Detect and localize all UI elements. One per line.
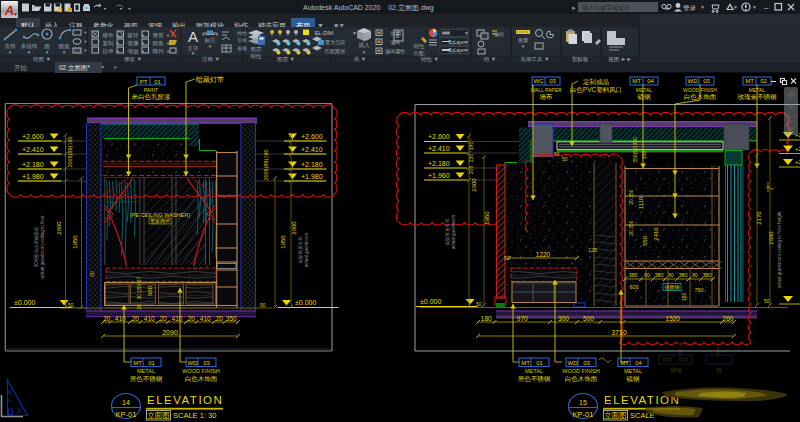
svg-text:MT: MT [632, 78, 641, 84]
svg-text:300: 300 [558, 315, 569, 322]
svg-text:410: 410 [172, 315, 183, 322]
svg-text:SCALE 1: 30: SCALE 1: 30 [173, 411, 216, 420]
svg-text:03: 03 [203, 360, 210, 366]
svg-text:编辑: 编辑 [390, 39, 400, 45]
svg-text:墙布: 墙布 [539, 93, 554, 101]
svg-text:EL-DIM: EL-DIM [315, 30, 334, 36]
svg-text:实际客房天花: 实际客房天花 [297, 236, 304, 264]
svg-text:180: 180 [481, 315, 492, 322]
svg-text:缩放: 缩放 [128, 48, 140, 55]
svg-text:2170: 2170 [756, 211, 762, 225]
svg-text:▼: ▼ [166, 49, 170, 54]
svg-text:760: 760 [694, 287, 703, 293]
svg-text:410: 410 [144, 315, 155, 322]
svg-text:A: A [188, 28, 198, 45]
svg-text:±0.000: ±0.000 [14, 299, 35, 306]
svg-text:▼: ▼ [208, 44, 212, 49]
svg-text:▼: ▼ [752, 4, 757, 10]
svg-text:▼: ▼ [464, 47, 469, 53]
svg-text:编辑属性: 编辑属性 [385, 48, 405, 54]
svg-text:2005(89)190: 2005(89)190 [263, 149, 269, 180]
svg-text:+2.600: +2.600 [22, 133, 44, 140]
svg-text:50: 50 [764, 298, 770, 304]
svg-text:20: 20 [132, 315, 140, 322]
svg-text:+2.180: +2.180 [428, 160, 450, 167]
svg-text:组 ▼: 组 ▼ [484, 56, 496, 62]
svg-text:380: 380 [654, 272, 663, 278]
svg-text:260: 260 [723, 315, 734, 322]
svg-text:01: 01 [154, 79, 161, 85]
svg-text:KP-01: KP-01 [116, 410, 137, 419]
svg-text:actual guestroom: actual guestroom [304, 232, 309, 267]
svg-text:550: 550 [642, 235, 648, 246]
svg-text:MT: MT [620, 360, 629, 366]
svg-text:+2.: +2. [795, 146, 800, 152]
svg-text:+1.980: +1.980 [22, 173, 44, 180]
svg-text:actual guestroom ceiling to fl: actual guestroom ceiling to floor [40, 215, 45, 279]
svg-text:230: 230 [468, 154, 474, 163]
svg-text:拉伸: 拉伸 [103, 48, 115, 54]
svg-text:MT: MT [745, 78, 754, 84]
svg-text:03: 03 [703, 78, 710, 84]
svg-text:+2.410: +2.410 [22, 146, 44, 153]
svg-text:创建: 创建 [390, 30, 400, 37]
svg-text:暗藏灯带: 暗藏灯带 [196, 76, 224, 84]
svg-text:2090: 2090 [162, 329, 178, 336]
svg-text:+2.600: +2.600 [428, 133, 450, 140]
svg-text:150: 150 [641, 151, 647, 160]
svg-text:2600: 2600 [471, 178, 477, 192]
svg-text:1950: 1950 [280, 235, 286, 249]
svg-text:15: 15 [579, 399, 587, 406]
svg-text:190: 190 [468, 142, 474, 151]
svg-text:20 350: 20 350 [628, 189, 634, 205]
svg-text:编组: 编组 [494, 31, 504, 37]
svg-text:▼: ▼ [45, 50, 49, 55]
svg-text:+1.960: +1.960 [428, 172, 450, 179]
svg-text:修改 ▼: 修改 ▼ [124, 56, 142, 62]
svg-text:注释 ▼: 注释 ▼ [202, 56, 220, 62]
svg-text:黑色不锈钢: 黑色不锈钢 [130, 375, 163, 383]
svg-text:METAL: METAL [525, 368, 543, 374]
svg-text:修剪: 修剪 [153, 32, 165, 39]
svg-text:线性: 线性 [237, 30, 247, 36]
svg-text:登录: 登录 [683, 4, 697, 12]
svg-text:125: 125 [588, 247, 597, 253]
svg-text:插入: 插入 [359, 42, 371, 49]
svg-text:20: 20 [216, 315, 224, 322]
svg-text:actual guestroom ceiling to fl: actual guestroom ceiling to floor height [777, 211, 782, 289]
svg-text:50: 50 [89, 271, 95, 277]
svg-text:01: 01 [148, 360, 155, 366]
svg-text:02: 02 [760, 78, 767, 84]
svg-text:20: 20 [103, 315, 111, 322]
svg-text:180: 180 [681, 293, 687, 302]
svg-text:+2.180: +2.180 [301, 161, 323, 168]
svg-text:50: 50 [562, 156, 568, 162]
svg-text:1950: 1950 [484, 211, 490, 225]
svg-text:黑色不锈钢: 黑色不锈钢 [518, 375, 551, 383]
svg-text:▼: ▼ [62, 50, 66, 55]
svg-text:380: 380 [628, 272, 637, 278]
svg-text:立面图: 立面图 [604, 411, 627, 420]
svg-text:▼: ▼ [352, 30, 357, 36]
svg-text:1110: 1110 [638, 196, 644, 209]
svg-text:镜面钢: 镜面钢 [665, 284, 680, 291]
svg-text:圆角: 圆角 [153, 40, 164, 47]
svg-text:970: 970 [517, 315, 528, 322]
svg-text:+2.600: +2.600 [301, 133, 323, 140]
svg-text:直线: 直线 [5, 43, 17, 49]
svg-text:特性: 特性 [251, 53, 263, 60]
svg-text:+1.980: +1.980 [301, 173, 323, 180]
svg-text:14: 14 [122, 399, 130, 406]
svg-text:+2.: +2. [795, 159, 800, 165]
svg-text:立面图: 立面图 [147, 411, 170, 420]
svg-text:01: 01 [536, 360, 543, 366]
svg-text:20: 20 [188, 315, 196, 322]
svg-text:▼: ▼ [521, 44, 525, 49]
svg-text:2660: 2660 [768, 231, 774, 245]
svg-text:白色木饰面: 白色木饰面 [565, 375, 598, 383]
svg-text:+2.410: +2.410 [301, 146, 323, 153]
svg-text:▼: ▼ [464, 30, 469, 36]
svg-text:1220: 1220 [536, 251, 551, 258]
svg-text:旋转: 旋转 [127, 32, 140, 39]
svg-text:METAL: METAL [624, 368, 642, 374]
